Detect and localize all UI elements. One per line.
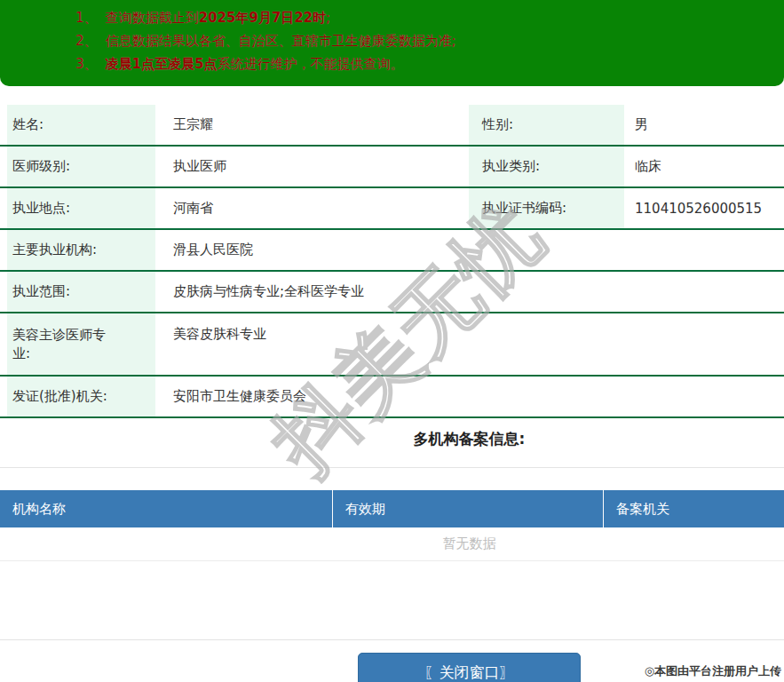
field-label-issuing-authority: 发证(批准)机关:: [7, 377, 155, 416]
close-window-button[interactable]: 〖关闭窗口〗: [358, 653, 581, 682]
info-row-issuing-authority: 发证(批准)机关: 安阳市卫生健康委员会: [0, 377, 784, 418]
filing-header-authority: 备案机关: [604, 490, 784, 527]
field-value-name: 王宗耀: [155, 105, 469, 145]
notice-text: 信息数据结果以各省、自治区、直辖市卫生健康委数据为准;: [106, 33, 456, 49]
field-value-issuing-authority: 安阳市卫生健康委员会: [155, 377, 784, 416]
field-label-practice-scope: 执业范围:: [7, 272, 155, 312]
notice-text: 系统进行维护，不能提供查询。: [217, 56, 403, 72]
notice-text: 查询数据截止到: [106, 10, 199, 26]
field-label-practice-location: 执业地点:: [7, 188, 155, 228]
field-value-cosmetic-specialty: 美容皮肤科专业: [155, 313, 784, 375]
field-value-practice-category: 临床: [624, 147, 784, 186]
field-value-gender: 男: [624, 105, 784, 145]
filing-header-validity: 有效期: [333, 490, 604, 527]
field-label-name: 姓名:: [7, 105, 155, 145]
notice-text-bold: 凌晨1点至凌晨5点: [106, 56, 218, 72]
field-label-practice-category: 执业类别:: [469, 147, 624, 186]
notice-number: 2、: [75, 33, 98, 49]
field-label-doctor-level: 医师级别:: [7, 147, 155, 186]
field-value-main-institution: 滑县人民医院: [155, 230, 784, 270]
filing-header-institution: 机构名称: [0, 490, 333, 527]
filing-table-header-row: 机构名称 有效期 备案机关: [0, 490, 784, 527]
info-row-name-gender: 姓名: 王宗耀 性别: 男: [0, 105, 784, 147]
notice-banner: 1、查询数据截止到2025年9月7日22时; 2、信息数据结果以各省、自治区、直…: [0, 0, 784, 86]
info-row-main-institution: 主要执业机构: 滑县人民医院: [0, 230, 784, 272]
notice-line-2: 2、信息数据结果以各省、自治区、直辖市卫生健康委数据为准;: [0, 29, 784, 52]
field-value-license-number: 110410526000515: [624, 188, 784, 228]
notice-line-3: 3、凌晨1点至凌晨5点系统进行维护，不能提供查询。: [0, 52, 784, 75]
field-label-license-number: 执业证书编码:: [469, 188, 624, 228]
notice-number: 1、: [75, 10, 98, 26]
field-label-main-institution: 主要执业机构:: [7, 230, 155, 270]
field-value-practice-location: 河南省: [155, 188, 469, 228]
doctor-info-table: 姓名: 王宗耀 性别: 男 医师级别: 执业医师 执业类别: 临床 执业地点: …: [0, 105, 784, 418]
field-value-practice-scope: 皮肤病与性病专业;全科医学专业: [155, 272, 784, 312]
info-row-level-category: 医师级别: 执业医师 执业类别: 临床: [0, 147, 784, 188]
info-row-practice-scope: 执业范围: 皮肤病与性病专业;全科医学专业: [0, 272, 784, 313]
notice-number: 3、: [75, 56, 98, 72]
notice-line-1: 1、查询数据截止到2025年9月7日22时;: [0, 6, 784, 29]
filing-table: 机构名称 有效期 备案机关 暂无数据: [0, 490, 784, 561]
filing-section-title: 多机构备案信息:: [77, 428, 784, 449]
notice-text-bold: 2025年9月7日22时: [199, 10, 327, 26]
field-label-cosmetic-specialty: 美容主诊医师专业:: [7, 313, 155, 375]
empty-data-text: 暂无数据: [443, 535, 496, 552]
divider: [0, 467, 784, 468]
info-row-location-license: 执业地点: 河南省 执业证书编码: 110410526000515: [0, 188, 784, 230]
filing-empty-row: 暂无数据: [0, 527, 784, 561]
info-row-cosmetic-specialty: 美容主诊医师专业: 美容皮肤科专业: [0, 313, 784, 377]
field-label-gender: 性别:: [469, 105, 624, 145]
license-query-result-page: 1、查询数据截止到2025年9月7日22时; 2、信息数据结果以各省、自治区、直…: [0, 0, 784, 682]
notice-text: ;: [326, 10, 330, 26]
field-value-doctor-level: 执业医师: [155, 147, 469, 186]
upload-attribution: ◎本图由平台注册用户上传: [645, 663, 781, 679]
divider: [0, 639, 784, 640]
